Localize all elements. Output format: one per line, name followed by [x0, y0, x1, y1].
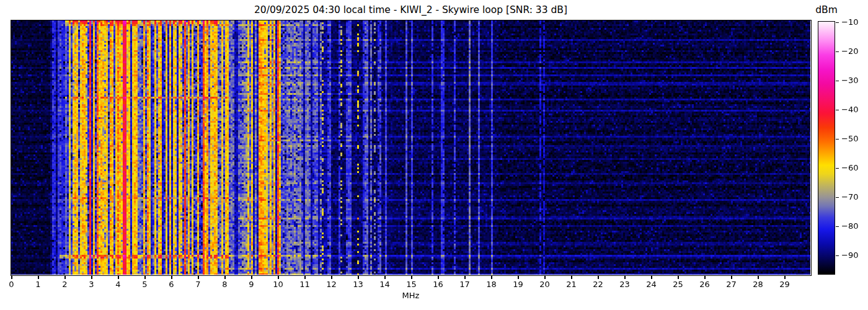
waterfall-figure: 20/09/2025 04:30 local time - KIWI_2 - S… [0, 0, 868, 310]
colorbar-tick-mark [836, 51, 839, 53]
x-tick-label: 7 [186, 280, 211, 289]
x-tick-mark [331, 275, 332, 279]
x-tick-mark [464, 275, 466, 279]
colorbar-tick-label: −90 [841, 250, 858, 260]
x-tick-mark [571, 275, 572, 279]
x-tick-label: 28 [746, 280, 771, 289]
colorbar-tick-mark [836, 168, 839, 169]
x-tick-mark [91, 275, 92, 279]
x-tick-label: 18 [479, 280, 504, 289]
x-tick-mark [64, 275, 66, 279]
x-tick-mark [624, 275, 626, 279]
x-tick-label: 19 [506, 280, 531, 289]
colorbar-tick-label: −10 [841, 17, 858, 27]
x-tick-mark [411, 275, 412, 279]
x-tick-mark [171, 275, 172, 279]
spectrogram-waterfall [11, 20, 810, 275]
x-tick-label: 1 [26, 280, 51, 289]
x-tick-mark [731, 275, 732, 279]
x-tick-label: 22 [586, 280, 611, 289]
x-tick-mark [651, 275, 652, 279]
x-axis-label: MHz [11, 291, 810, 300]
x-tick-label: 17 [453, 280, 477, 289]
x-tick-label: 0 [0, 280, 24, 289]
x-tick-label: 14 [373, 280, 397, 289]
colorbar-tick-label: −40 [841, 105, 858, 115]
x-tick-mark [38, 275, 39, 279]
x-tick-label: 16 [426, 280, 451, 289]
x-tick-mark [678, 275, 679, 279]
colorbar-tick-label: −80 [841, 221, 858, 231]
x-tick-label: 10 [266, 280, 291, 289]
x-tick-label: 15 [399, 280, 424, 289]
x-tick-label: 8 [213, 280, 237, 289]
x-tick-mark [278, 275, 279, 279]
x-tick-mark [784, 275, 786, 279]
x-tick-label: 12 [319, 280, 344, 289]
x-tick-mark [11, 275, 12, 279]
x-tick-mark [144, 275, 146, 279]
colorbar-tick-mark [836, 139, 839, 140]
x-tick-mark [704, 275, 706, 279]
x-tick-mark [118, 275, 119, 279]
x-tick-label: 29 [773, 280, 797, 289]
x-tick-mark [198, 275, 199, 279]
x-tick-label: 21 [559, 280, 584, 289]
x-tick-mark [358, 275, 359, 279]
x-tick-label: 27 [719, 280, 744, 289]
x-tick-label: 6 [159, 280, 184, 289]
colorbar-tick-label: −60 [841, 163, 858, 173]
x-tick-mark [304, 275, 306, 279]
x-tick-label: 26 [693, 280, 717, 289]
x-tick-label: 23 [613, 280, 637, 289]
x-tick-mark [251, 275, 252, 279]
x-tick-label: 2 [53, 280, 78, 289]
figure-title: 20/09/2025 04:30 local time - KIWI_2 - S… [11, 4, 810, 16]
x-tick-mark [438, 275, 439, 279]
x-tick-label: 9 [239, 280, 264, 289]
x-tick-label: 25 [666, 280, 691, 289]
x-tick-mark [758, 275, 759, 279]
x-tick-label: 13 [346, 280, 371, 289]
colorbar-tick-mark [836, 226, 839, 228]
colorbar-tick-mark [836, 110, 839, 111]
colorbar-tick-mark [836, 22, 839, 24]
colorbar-tick-label: −70 [841, 192, 858, 202]
x-tick-label: 4 [106, 280, 131, 289]
x-tick-mark [224, 275, 226, 279]
colorbar-unit-label: dBm [808, 4, 845, 16]
colorbar-tick-label: −30 [841, 76, 858, 86]
colorbar-tick-mark [836, 81, 839, 82]
colorbar-tick-mark [836, 197, 839, 198]
colorbar [818, 21, 835, 275]
x-tick-label: 11 [293, 280, 317, 289]
x-tick-label: 24 [639, 280, 664, 289]
x-tick-mark [491, 275, 492, 279]
colorbar-tick-label: −20 [841, 46, 858, 56]
x-tick-label: 3 [79, 280, 104, 289]
x-tick-mark [384, 275, 386, 279]
x-tick-mark [598, 275, 599, 279]
x-tick-mark [518, 275, 519, 279]
colorbar-tick-label: −50 [841, 134, 858, 144]
colorbar-tick-mark [836, 255, 839, 257]
x-tick-mark [544, 275, 546, 279]
x-tick-label: 5 [133, 280, 157, 289]
x-tick-label: 20 [533, 280, 557, 289]
